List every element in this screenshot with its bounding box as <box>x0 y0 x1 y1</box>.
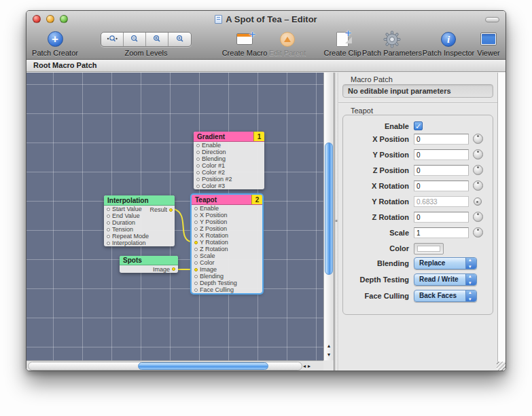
scale-knob[interactable] <box>473 227 483 238</box>
horizontal-scroll-thumb[interactable] <box>138 362 268 370</box>
zoom-out-button[interactable] <box>124 33 146 46</box>
color-well[interactable] <box>414 243 444 254</box>
y-position-input[interactable] <box>414 149 469 160</box>
scroll-down-arrow[interactable]: ▾ <box>324 350 334 359</box>
port-x-position[interactable]: X Position <box>192 212 262 219</box>
port-enable[interactable]: Enable <box>194 142 264 149</box>
port-dot <box>196 151 200 154</box>
port-result-output[interactable]: Result <box>149 206 173 213</box>
canvas-horizontal-scrollbar[interactable]: ◂▸ <box>26 360 323 371</box>
port-enable[interactable]: Enable <box>192 205 262 212</box>
z-rotation-knob[interactable] <box>473 212 483 222</box>
node-interpolation[interactable]: Interpolation Result Start Value End Val… <box>104 195 175 246</box>
port-position2[interactable]: Position #2 <box>194 176 264 183</box>
popup-arrows-icon <box>465 274 476 285</box>
title-bar[interactable]: A Spot of Tea – Editor <box>26 11 506 28</box>
depth-testing-popup[interactable]: Read / Write <box>414 273 477 286</box>
param-row-scale: Scale <box>338 227 506 240</box>
node-teapot[interactable]: Teapot 2 Enable X Position Y Position Z … <box>192 195 262 293</box>
param-row-y-position: Y Position <box>338 149 506 162</box>
param-row-enable: Enable ✓ <box>338 121 506 133</box>
enable-checkbox[interactable]: ✓ <box>414 121 423 130</box>
popup-arrows-icon <box>465 258 476 269</box>
port-interpolation[interactable]: Interpolation <box>104 240 175 246</box>
panel-splitter[interactable] <box>334 73 338 371</box>
port-scale[interactable]: Scale <box>192 252 262 259</box>
blending-popup[interactable]: Replace <box>414 257 477 269</box>
z-position-input[interactable] <box>414 165 469 176</box>
z-rotation-input[interactable] <box>414 212 469 223</box>
horizontal-scroll-track[interactable] <box>28 362 302 371</box>
wire-result-to-yrotation[interactable] <box>174 209 190 242</box>
editor-window: A Spot of Tea – Editor + Patch Creator <box>26 10 506 371</box>
scroll-right-arrow[interactable]: ▸ <box>308 363 313 369</box>
port-blending[interactable]: Blending <box>192 273 262 280</box>
param-row-face-culling: Face Culling Back Faces <box>338 290 506 303</box>
zoom-out-icon <box>130 35 139 43</box>
port-dot <box>196 185 200 188</box>
graph-canvas[interactable]: Gradient 1 Enable Direction Blending Col… <box>26 73 323 360</box>
port-end-value[interactable]: End Value <box>104 212 175 219</box>
port-duration[interactable]: Duration <box>104 219 175 226</box>
popup-arrows-icon <box>465 290 476 301</box>
canvas-vertical-scrollbar[interactable]: ▴ ▾ <box>323 73 334 360</box>
zoom-fit-button[interactable] <box>101 33 124 46</box>
zoom-actual-button[interactable] <box>146 33 169 46</box>
teapot-section-label: Teapot <box>351 107 373 115</box>
scroll-up-arrow[interactable]: ▴ <box>324 341 334 350</box>
y-position-knob[interactable] <box>473 149 483 159</box>
port-color2[interactable]: Color #2 <box>194 169 264 176</box>
port-image-output[interactable]: Image <box>120 265 178 273</box>
node-teapot-title: Teapot <box>195 196 217 204</box>
x-rotation-input[interactable] <box>414 181 469 191</box>
x-position-knob[interactable] <box>473 134 483 144</box>
toolbar-toggle-pill[interactable] <box>485 17 499 22</box>
x-rotation-knob[interactable] <box>473 181 483 191</box>
port-y-position[interactable]: Y Position <box>192 219 262 225</box>
patch-creator-label: Patch Creator <box>26 49 92 57</box>
port-blending[interactable]: Blending <box>194 155 264 162</box>
port-x-rotation[interactable]: X Rotation <box>192 232 262 239</box>
z-position-knob[interactable] <box>473 165 483 175</box>
patch-creator-button[interactable]: + Patch Creator <box>26 30 92 57</box>
up-triangle-icon <box>280 32 295 47</box>
port-dot-connected <box>172 267 175 271</box>
port-face-culling[interactable]: Face Culling <box>192 286 262 293</box>
port-dot <box>194 248 198 251</box>
zoom-fit-icon <box>107 35 118 43</box>
port-color1[interactable]: Color #1 <box>194 162 264 169</box>
port-y-rotation[interactable]: Y Rotation <box>192 239 262 246</box>
port-color[interactable]: Color <box>192 259 262 266</box>
node-gradient[interactable]: Gradient 1 Enable Direction Blending Col… <box>194 132 264 189</box>
viewer-button[interactable]: Viewer <box>468 30 506 57</box>
port-repeat-mode[interactable]: Repeat Mode <box>104 233 175 240</box>
y-rotation-knob <box>474 197 482 206</box>
window-title: A Spot of Tea – Editor <box>226 14 317 24</box>
port-direction[interactable]: Direction <box>194 149 264 155</box>
info-icon: i <box>441 32 456 47</box>
node-spots[interactable]: Spots Image <box>120 256 178 273</box>
panel-scrollbar-track[interactable] <box>497 73 506 362</box>
splitter-grip-icon <box>335 219 338 222</box>
port-color3[interactable]: Color #3 <box>194 183 264 189</box>
viewer-label: Viewer <box>468 49 506 57</box>
scroll-left-arrow[interactable]: ◂ <box>303 363 308 369</box>
scale-input[interactable] <box>414 227 469 238</box>
zoom-in-button[interactable] <box>169 33 191 46</box>
node-gradient-title: Gradient <box>197 133 225 140</box>
gear-icon <box>383 31 401 48</box>
port-z-rotation[interactable]: Z Rotation <box>192 246 262 252</box>
port-image[interactable]: Image <box>192 266 262 273</box>
face-culling-popup[interactable]: Back Faces <box>414 290 477 302</box>
port-depth-testing[interactable]: Depth Testing <box>192 280 262 286</box>
param-row-x-rotation: X Rotation <box>338 181 506 193</box>
port-z-position[interactable]: Z Position <box>192 225 262 232</box>
param-row-y-rotation: Y Rotation <box>338 196 506 208</box>
port-tension[interactable]: Tension <box>104 226 175 233</box>
vertical-scroll-thumb[interactable] <box>325 143 333 275</box>
port-dot <box>107 228 110 231</box>
window-resize-grip[interactable] <box>497 362 506 371</box>
port-dot <box>196 144 200 147</box>
port-dot-connected <box>194 268 198 271</box>
x-position-input[interactable] <box>414 134 469 145</box>
